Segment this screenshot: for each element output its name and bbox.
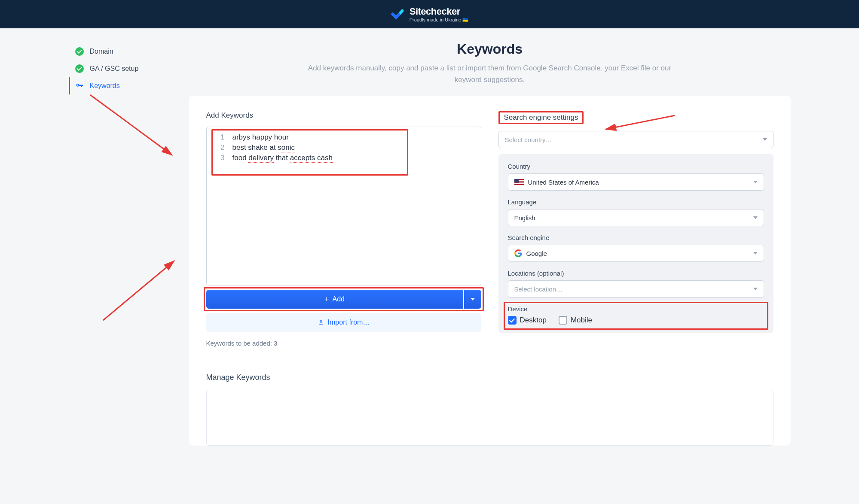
sidebar: Domain GA / GSC setup Keywords bbox=[69, 41, 172, 446]
sidebar-item-domain[interactable]: Domain bbox=[69, 43, 172, 60]
country-quick-select[interactable]: Select country… bbox=[498, 131, 773, 148]
field-label-engine: Search engine bbox=[508, 234, 764, 241]
keywords-count: Keywords to be added: 3 bbox=[206, 340, 481, 347]
field-label-language: Language bbox=[508, 198, 764, 206]
app-header: Sitechecker Proudly made in Ukraine 🇺🇦 bbox=[0, 0, 859, 28]
device-desktop-label: Desktop bbox=[520, 316, 547, 325]
divider bbox=[189, 360, 791, 360]
add-button[interactable]: + Add bbox=[206, 290, 463, 309]
checkbox-mobile[interactable] bbox=[559, 316, 567, 325]
checkbox-desktop[interactable] bbox=[508, 316, 517, 325]
chevron-down-icon bbox=[753, 252, 758, 255]
chevron-down-icon bbox=[471, 298, 475, 301]
sidebar-item-label: Keywords bbox=[90, 82, 120, 90]
manage-keywords-box bbox=[206, 390, 773, 446]
locations-select[interactable]: Select location… bbox=[508, 280, 764, 298]
keywords-card: Add Keywords 1 arbys happy hour 2 bbox=[189, 96, 791, 446]
add-keywords-title: Add Keywords bbox=[206, 111, 481, 120]
logo: Sitechecker Proudly made in Ukraine 🇺🇦 bbox=[391, 6, 469, 23]
language-select[interactable]: English bbox=[508, 209, 764, 226]
line-number: 1 bbox=[215, 133, 225, 142]
keywords-textarea[interactable]: 1 arbys happy hour 2 best shake at sonic bbox=[206, 127, 481, 285]
key-icon bbox=[75, 82, 84, 90]
import-button[interactable]: Import from… bbox=[206, 313, 481, 332]
field-label-locations: Locations (optional) bbox=[508, 270, 764, 277]
flag-us-icon bbox=[514, 179, 524, 185]
google-icon bbox=[514, 249, 522, 257]
field-label-country: Country bbox=[508, 163, 764, 170]
chevron-down-icon bbox=[753, 288, 758, 290]
check-circle-icon bbox=[75, 64, 84, 73]
settings-panel: Country United States of America Languag… bbox=[498, 154, 773, 333]
country-select[interactable]: United States of America bbox=[508, 173, 764, 191]
main-content: Keywords Add keywords manually, copy and… bbox=[189, 41, 791, 446]
engine-select[interactable]: Google bbox=[508, 245, 764, 262]
sidebar-item-ga-gsc[interactable]: GA / GSC setup bbox=[69, 60, 172, 77]
device-mobile-label: Mobile bbox=[571, 316, 592, 325]
sidebar-item-keywords[interactable]: Keywords bbox=[69, 77, 172, 94]
upload-icon bbox=[318, 319, 324, 326]
page-subtitle: Add keywords manually, copy and paste a … bbox=[305, 62, 675, 85]
manage-keywords-title: Manage Keywords bbox=[206, 373, 773, 382]
line-number: 2 bbox=[215, 143, 225, 152]
chevron-down-icon bbox=[753, 216, 758, 219]
chevron-down-icon bbox=[753, 181, 758, 183]
brand-name: Sitechecker bbox=[410, 6, 469, 17]
brand-tagline: Proudly made in Ukraine 🇺🇦 bbox=[410, 17, 469, 23]
chevron-down-icon bbox=[763, 138, 767, 141]
sidebar-item-label: Domain bbox=[90, 48, 113, 55]
logo-icon bbox=[391, 7, 404, 21]
check-circle-icon bbox=[75, 47, 84, 56]
line-number: 3 bbox=[215, 154, 225, 162]
add-button-dropdown[interactable] bbox=[464, 290, 481, 309]
page-title: Keywords bbox=[189, 41, 791, 57]
field-label-device: Device bbox=[508, 305, 764, 313]
sidebar-item-label: GA / GSC setup bbox=[90, 65, 139, 73]
settings-title: Search engine settings bbox=[498, 111, 584, 124]
